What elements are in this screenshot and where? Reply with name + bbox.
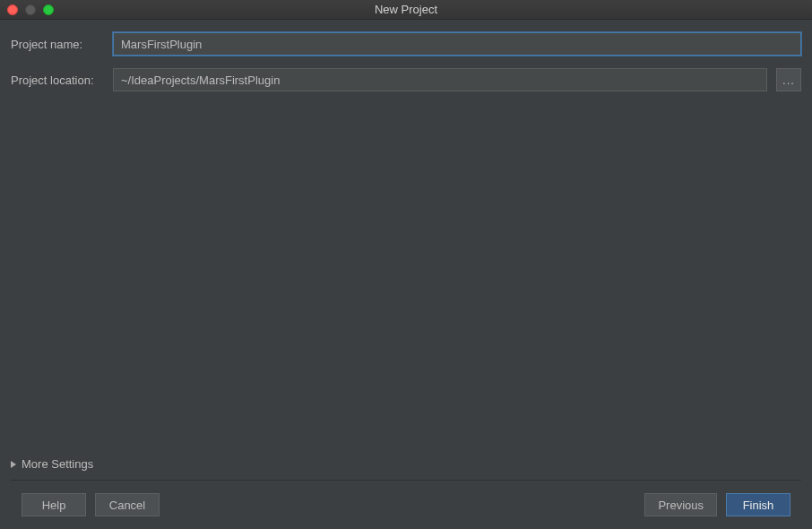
more-settings-label: More Settings	[22, 457, 93, 471]
browse-location-button[interactable]: ...	[776, 68, 801, 91]
more-settings-toggle[interactable]: More Settings	[11, 452, 801, 481]
help-button[interactable]: Help	[22, 493, 86, 516]
traffic-lights	[7, 4, 54, 15]
window-title: New Project	[375, 3, 437, 16]
previous-button[interactable]: Previous	[644, 493, 717, 516]
dialog-content: Project name: Project location: ... More…	[0, 20, 812, 529]
content-spacer	[11, 104, 801, 452]
window-titlebar: New Project	[0, 0, 812, 20]
close-window-icon[interactable]	[7, 4, 18, 15]
finish-button[interactable]: Finish	[726, 493, 790, 516]
chevron-right-icon	[11, 461, 16, 468]
cancel-button[interactable]: Cancel	[95, 493, 160, 516]
project-name-input[interactable]	[113, 32, 801, 56]
project-name-label: Project name:	[11, 38, 104, 51]
minimize-window-icon	[25, 4, 36, 15]
project-location-input[interactable]	[113, 68, 767, 91]
project-name-row: Project name:	[11, 32, 801, 56]
maximize-window-icon[interactable]	[43, 4, 54, 15]
project-location-row: Project location: ...	[11, 68, 801, 91]
project-location-label: Project location:	[11, 74, 104, 87]
dialog-footer: Help Cancel Previous Finish	[11, 481, 801, 529]
